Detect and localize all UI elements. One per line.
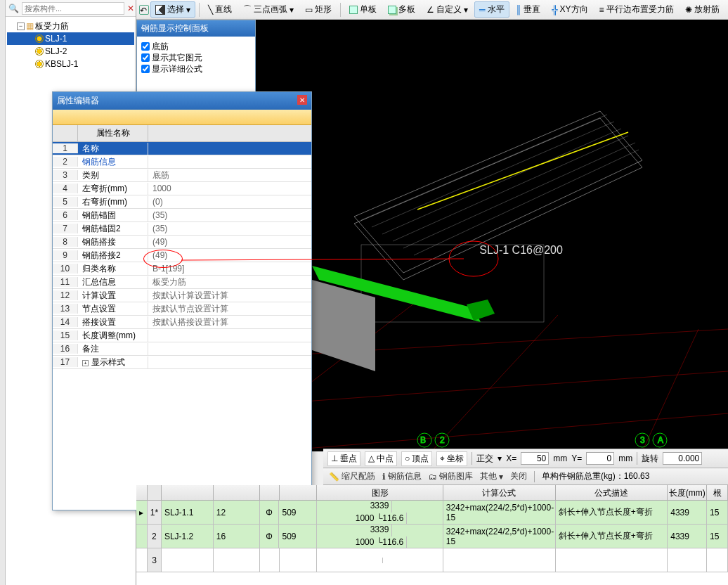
dropdown-icon: ▾ [186,5,190,15]
chk-show-formula[interactable]: 显示详细公式 [141,63,251,75]
table-body: ▸ 1* SLJ-1.1 12 Φ 509 33391000 └116.6 32… [136,501,728,572]
snap-mid-button[interactable]: △中点 [365,451,397,466]
status-bar: ⊥垂点 △中点 ○顶点 ⌖坐标 正交▾ X= mm Y= mm 旋转 [323,449,728,468]
svg-line-8 [361,115,607,220]
panel-title[interactable]: 钢筋显示控制面板 [137,20,255,37]
info-bar: 📏缩尺配筋 ℹ钢筋信息 🗂钢筋图库 其他▾ 关闭 单构件钢筋总重(kg)：160… [323,468,728,485]
line-tool-button[interactable]: ╲直线 [203,1,237,18]
row-val[interactable]: (35) [148,224,311,233]
ortho-label[interactable]: 正交 [476,453,493,465]
checkbox[interactable] [141,65,150,73]
dropdown-icon[interactable]: ▾ [498,454,502,463]
custom-button[interactable]: ∠自定义▾ [422,1,473,18]
prop-row[interactable]: 15 长度调整(mm) [53,329,311,342]
table-row[interactable]: 3 [136,548,728,572]
table-row[interactable]: 2 SLJ-1.2 16 Φ 509 33391000 └116.6 3242+… [136,525,728,548]
scaled-rebar-link[interactable]: 📏缩尺配筋 [329,470,375,482]
snap-coord-button[interactable]: ⌖坐标 [436,451,467,466]
parallel-button[interactable]: ≡平行边布置受力筋 [594,1,679,18]
prop-row[interactable]: 16 备注 [53,342,311,356]
rect-tool-button[interactable]: ▭矩形 [300,1,337,18]
tree-item-slj2[interactable]: SLJ-2 [7,45,134,58]
hdr-name [162,485,214,500]
horiz-button[interactable]: ═水平 [474,1,509,18]
row-val[interactable]: 板受力筋 [148,276,311,288]
prop-row[interactable]: 11 汇总信息 板受力筋 [53,276,311,289]
xy-button[interactable]: ╬XY方向 [547,1,593,18]
row-desc [556,548,668,572]
prop-row[interactable]: 13 节点设置 按默认节点设置计算 [53,302,311,316]
prop-row[interactable]: 2 钢筋信息 [53,155,311,169]
row-val[interactable]: (35) [148,210,311,220]
prop-row[interactable]: 10 归类名称 B-1[199] [53,262,311,276]
prop-row[interactable]: 7 钢筋锚固2 (35) [53,222,311,236]
mid-icon: △ [368,454,375,463]
arc-tool-button[interactable]: ⌒三点画弧▾ [238,1,299,18]
chk-bottom-rebar[interactable]: 底筋 [141,41,251,52]
hdr-formula: 计算公式 [443,485,556,500]
single-button[interactable]: 单板 [344,1,382,18]
prop-row[interactable]: 1 名称 [53,142,311,155]
multi-button[interactable]: 多板 [383,1,420,18]
tree-item-slj1[interactable]: SLJ-1 [7,32,134,45]
row-val[interactable]: 1000 [148,184,311,193]
rebar-info-link[interactable]: ℹ钢筋信息 [382,470,422,482]
prop-row[interactable]: 6 钢筋锚固 (35) [53,209,311,222]
undo-icon[interactable]: ↶ [139,5,149,15]
chk-show-others[interactable]: 显示其它图元 [141,52,251,63]
close-icon[interactable]: ✕ [127,4,134,13]
prop-row[interactable]: 3 类别 底筋 [53,169,311,182]
prop-row[interactable]: 4 左弯折(mm) 1000 [53,182,311,195]
tree-item-kbslj1[interactable]: KBSLJ-1 [7,58,134,70]
rotate-label: 旋转 [642,453,658,465]
tree-root-label: 板受力筋 [35,20,69,32]
y-unit: mm [618,454,632,463]
close-icon[interactable]: ✕ [297,95,307,105]
search-input[interactable] [22,2,124,15]
rotate-input[interactable] [663,452,702,465]
row-val[interactable]: (49) [148,237,311,247]
row-sym [260,548,280,572]
x-input[interactable] [521,452,549,465]
row-val[interactable]: (0) [148,197,311,207]
row-shape [317,548,443,572]
vert-button[interactable]: ║垂直 [511,1,546,18]
search-row: 🔍 ✕ [6,0,136,17]
separator [472,452,472,465]
prop-title-bar[interactable]: 属性编辑器 ✕ [53,92,311,110]
row-val[interactable]: 按默认节点设置计算 [148,303,311,315]
prop-row[interactable]: 12 计算设置 按默认计算设置计算 [53,289,311,302]
parallel-label: 平行边布置受力筋 [606,4,674,15]
angle-icon: ∠ [427,5,434,15]
row-num: 7 [53,224,78,233]
checkbox[interactable] [141,42,150,51]
rebar-lib-link[interactable]: 🗂钢筋图库 [429,470,473,482]
row-formula [443,548,556,572]
prop-row[interactable]: 17 +显示样式 [53,356,311,369]
snap-perp-button[interactable]: ⊥垂点 [327,451,360,466]
checkbox[interactable] [141,53,150,62]
row-formula: 3242+max(224/2,5*d)+1000-15 [443,501,556,524]
prop-row[interactable]: 8 钢筋搭接 (49) [53,236,311,249]
radial-button[interactable]: ✺放射筋 [680,1,724,18]
prop-hdr-val [148,125,311,141]
row-name: 名称 [78,143,148,155]
y-input[interactable] [586,452,614,465]
collapse-icon[interactable]: − [17,22,25,30]
row-val[interactable]: 底筋 [148,169,311,181]
row-marker [136,525,148,548]
row-val[interactable]: 按默认计算设置计算 [148,290,311,302]
close-link[interactable]: 关闭 [510,470,527,482]
other-link[interactable]: 其他▾ [480,470,503,482]
tree-root[interactable]: − ▦ 板受力筋 [7,20,134,32]
snap-vertex-button[interactable]: ○顶点 [401,451,432,466]
table-row[interactable]: ▸ 1* SLJ-1.1 12 Φ 509 33391000 └116.6 32… [136,501,728,525]
row-name [162,548,214,572]
prop-row[interactable]: 14 搭接设置 按默认搭接设置计算 [53,316,311,329]
prop-row[interactable]: 5 右弯折(mm) (0) [53,195,311,209]
select-tool-button[interactable]: 选择▾ [150,1,195,18]
separator [534,471,535,482]
svg-text:3: 3 [640,435,645,445]
row-val[interactable]: 按默认搭接设置计算 [148,316,311,328]
gear-icon [35,47,44,56]
